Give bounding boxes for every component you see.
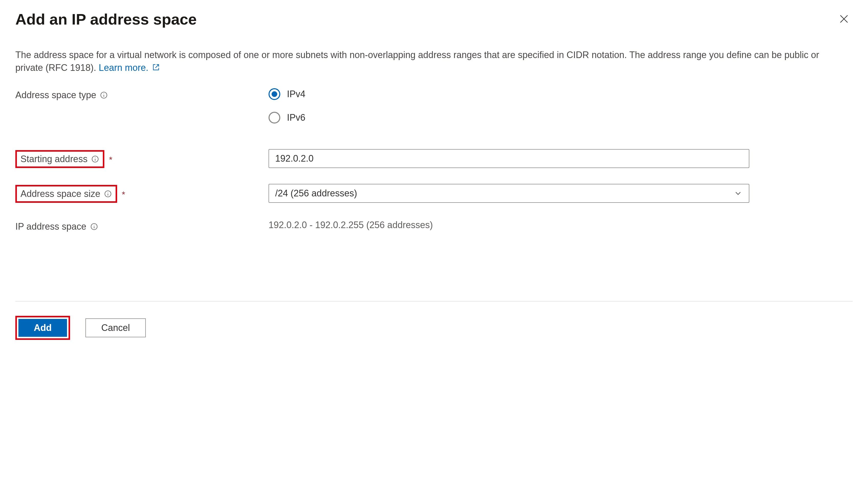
- starting-address-label: Starting address: [20, 154, 87, 165]
- address-space-type-label: Address space type: [16, 87, 269, 101]
- close-icon: [839, 11, 849, 27]
- required-marker: *: [122, 189, 125, 199]
- panel-title: Add an IP address space: [16, 10, 197, 28]
- learn-more-text: Learn more.: [99, 62, 148, 73]
- starting-address-row: Starting address *: [16, 149, 852, 168]
- label-text: IP address space: [16, 221, 86, 232]
- address-space-size-label: Address space size: [20, 188, 100, 199]
- panel-description: The address space for a virtual network …: [16, 49, 844, 74]
- radio-button-indicator: [269, 112, 280, 124]
- add-ip-address-space-panel: Add an IP address space The address spac…: [16, 10, 852, 340]
- info-icon[interactable]: [91, 155, 99, 163]
- starting-address-input[interactable]: [269, 149, 749, 168]
- add-button[interactable]: Add: [18, 319, 67, 337]
- ip-address-space-label: IP address space: [16, 219, 269, 232]
- info-icon[interactable]: [100, 91, 108, 99]
- svg-point-4: [104, 93, 104, 94]
- radio-ipv6-label: IPv6: [287, 112, 306, 123]
- panel-footer: Add Cancel: [16, 316, 852, 340]
- external-link-icon: [153, 61, 159, 74]
- svg-point-13: [94, 225, 94, 225]
- required-marker: *: [109, 155, 112, 165]
- learn-more-link[interactable]: Learn more.: [99, 62, 159, 73]
- info-icon[interactable]: [104, 190, 112, 198]
- footer-separator: [16, 301, 852, 302]
- address-space-size-row: Address space size * /24 (256 addresses): [16, 184, 852, 203]
- radio-ipv6[interactable]: IPv6: [269, 112, 749, 124]
- cancel-button[interactable]: Cancel: [85, 318, 146, 337]
- chevron-down-icon: [733, 189, 743, 198]
- highlight-starting-address: Starting address: [16, 150, 104, 168]
- highlight-add-button: Add: [16, 316, 70, 340]
- radio-button-indicator: [269, 88, 280, 100]
- ip-address-space-row: IP address space 192.0.2.0 - 192.0.2.255…: [16, 219, 852, 232]
- highlight-address-space-size: Address space size: [16, 185, 117, 203]
- panel-header: Add an IP address space: [16, 10, 852, 28]
- ip-address-space-value: 192.0.2.0 - 192.0.2.255 (256 addresses): [269, 219, 749, 230]
- svg-point-10: [108, 192, 108, 192]
- close-button[interactable]: [835, 10, 852, 28]
- address-space-size-dropdown[interactable]: /24 (256 addresses): [269, 184, 749, 203]
- address-space-type-radiogroup: IPv4 IPv6: [269, 87, 749, 124]
- address-space-type-row: Address space type IPv4 IPv6: [16, 87, 852, 147]
- svg-point-7: [95, 157, 95, 158]
- info-icon[interactable]: [90, 222, 98, 231]
- radio-ipv4-label: IPv4: [287, 89, 306, 100]
- radio-ipv4[interactable]: IPv4: [269, 88, 749, 100]
- dropdown-value: /24 (256 addresses): [275, 188, 357, 199]
- label-text: Address space type: [16, 90, 96, 101]
